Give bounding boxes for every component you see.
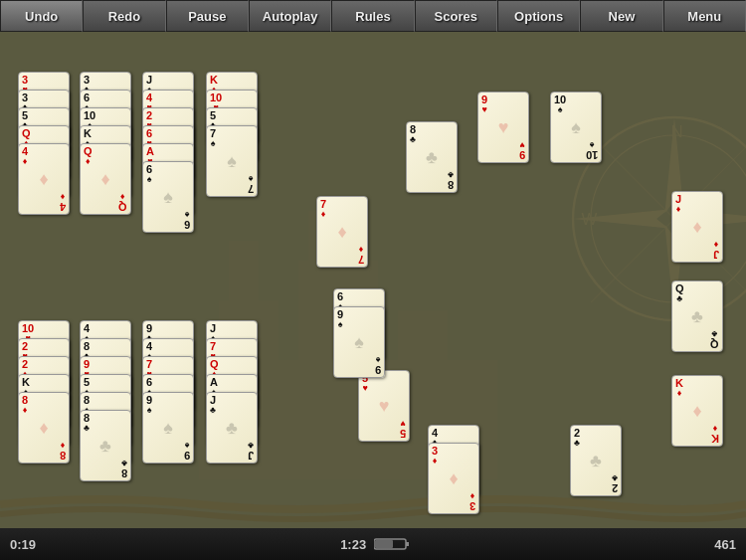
card-kd-2[interactable]: K♦ ♦ K♦ [671, 375, 723, 447]
svg-text:N: N [670, 122, 682, 141]
card-6s-2[interactable]: 6♠ ♠ 6♠ [142, 161, 194, 233]
card-jd[interactable]: J♦ ♦ J♦ [671, 191, 723, 263]
menu-button[interactable]: Menu [663, 0, 746, 32]
card-7d[interactable]: 7♦ ♦ 7♦ [316, 196, 368, 268]
card-3d[interactable]: 3♦ ♦ 3♦ [428, 443, 479, 514]
undo-button[interactable]: Undo [0, 0, 83, 32]
options-button[interactable]: Options [497, 0, 580, 32]
game-area: N S W E 3♥ ♥ 3♥ 3♣ ♣ [0, 32, 746, 528]
redo-button[interactable]: Redo [83, 0, 165, 32]
card-qd-2[interactable]: Q♦ ♦ Q♦ [80, 143, 131, 215]
svg-rect-19 [406, 542, 409, 546]
card-4d[interactable]: 4♦ ♦ 4♦ [18, 143, 70, 215]
card-5h[interactable]: 5♥ ♥ 5♥ [358, 370, 410, 442]
card-8d[interactable]: 8♦ ♦ 8♦ [18, 392, 70, 464]
card-8c[interactable]: 8♣ ♣ 8♣ [406, 121, 458, 193]
time-elapsed: 0:19 [10, 537, 36, 552]
autoplay-button[interactable]: Autoplay [249, 0, 331, 32]
new-button[interactable]: New [580, 0, 662, 32]
rules-button[interactable]: Rules [331, 0, 414, 32]
card-9h[interactable]: 9♥ ♥ 9♥ [477, 92, 529, 163]
statusbar: 0:19 1:23 461 [0, 528, 746, 560]
card-2c[interactable]: 2♣ ♣ 2♣ [570, 425, 622, 496]
svg-rect-16 [229, 241, 259, 300]
card-7s[interactable]: 7♠ ♠ 7♠ [206, 125, 258, 197]
card-qc[interactable]: Q♣ ♣ Q♣ [671, 280, 723, 352]
card-9s-2[interactable]: 9♠ ♠ 9♠ [142, 392, 194, 464]
card-10s-2[interactable]: 10♠ ♠ 10♠ [550, 92, 602, 163]
battery-icon [374, 537, 410, 551]
card-jc[interactable]: J♣ ♣ J♣ [206, 392, 258, 464]
toolbar: Undo Redo Pause Autoplay Rules Scores Op… [0, 0, 746, 32]
svg-text:W: W [581, 210, 597, 229]
pause-button[interactable]: Pause [166, 0, 249, 32]
scores-button[interactable]: Scores [415, 0, 497, 32]
score: 461 [714, 537, 736, 552]
card-9s[interactable]: 9♠ ♠ 9♠ [333, 306, 385, 378]
card-8c-3[interactable]: 8♣ ♣ 8♣ [80, 410, 131, 481]
game-time: 1:23 [340, 537, 366, 552]
svg-rect-20 [375, 540, 393, 548]
